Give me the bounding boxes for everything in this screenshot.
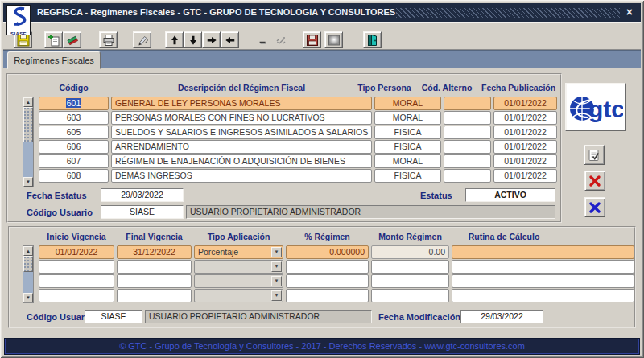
table-cell-porcentaje[interactable]: [286, 260, 369, 274]
validate-record-button[interactable]: [584, 145, 605, 165]
table-cell-alterno[interactable]: [444, 97, 491, 110]
table-cell-monto[interactable]: [371, 260, 449, 274]
scroll-down-icon[interactable]: ▼: [23, 293, 33, 302]
move-up-button[interactable]: [165, 31, 184, 48]
title-bar: REGFISCA - Regímenes Fiscales - GTC - GR…: [3, 3, 641, 22]
tipo-aplicacion-combobox[interactable]: ▼: [194, 260, 283, 274]
table-cell-porcentaje[interactable]: [286, 289, 369, 302]
new-record-button[interactable]: [44, 31, 63, 48]
table-cell-alterno[interactable]: [444, 154, 491, 168]
table-cell-monto[interactable]: 0.00: [371, 245, 449, 259]
table-cell-final[interactable]: [117, 274, 192, 288]
table-cell-fecha[interactable]: 01/01/2022: [493, 126, 557, 139]
table-cell-tipo[interactable]: FISICA: [374, 140, 441, 154]
table-cell-tipo[interactable]: FISICA: [374, 126, 441, 139]
estatus-field[interactable]: ACTIVO: [465, 188, 555, 202]
scroll-thumb[interactable]: [23, 107, 33, 142]
preview-button[interactable]: [324, 31, 343, 48]
footer-bar: © GTC - Grupo de Tecnología y Consultore…: [4, 338, 640, 355]
table-cell-codigo[interactable]: 605: [39, 126, 109, 139]
print-button[interactable]: [99, 31, 118, 48]
table-cell-rutina[interactable]: [452, 289, 634, 302]
footer-text: © GTC - Grupo de Tecnología y Consultore…: [119, 341, 525, 351]
table-cell-tipo[interactable]: MORAL: [374, 111, 441, 125]
table-cell-final[interactable]: [117, 260, 192, 274]
table-cell-tipo[interactable]: FISICA: [374, 169, 441, 183]
table-cell-porcentaje[interactable]: [286, 274, 369, 288]
codigo-usuario-field[interactable]: SIASE: [85, 310, 142, 323]
cancel-button[interactable]: [584, 197, 605, 217]
delete-confirm-button[interactable]: [584, 171, 605, 191]
codigo-usuario-field[interactable]: SIASE: [101, 205, 184, 219]
edit-button[interactable]: [133, 31, 151, 48]
scroll-up-icon[interactable]: ▲: [23, 246, 33, 256]
chevron-down-icon[interactable]: ▼: [271, 247, 282, 257]
exit-button[interactable]: [363, 31, 382, 48]
table-cell-alterno[interactable]: [444, 111, 491, 125]
fecha-estatus-field[interactable]: 29/03/2022: [101, 188, 184, 202]
table-cell-rutina[interactable]: [452, 245, 634, 259]
fecha-modificacion-label: Fecha Modificación: [378, 312, 460, 322]
table-cell-rutina[interactable]: [452, 260, 634, 274]
table-cell-codigo[interactable]: 607: [39, 154, 109, 168]
table-cell-inicio[interactable]: 01/01/2022: [39, 245, 114, 259]
fecha-modificacion-field[interactable]: 29/03/2022: [460, 310, 543, 323]
codigo-usuario-label: Código Usuario: [27, 312, 93, 322]
fecha-estatus-label: Fecha Estatus: [27, 191, 87, 200]
gtc-logo: gtc: [565, 83, 626, 131]
usuario-nombre-display: USUARIO PROPIETARIO ADMINISTRADOR: [145, 310, 372, 323]
table-cell-alterno[interactable]: [444, 126, 491, 139]
table-cell-fecha[interactable]: 01/01/2022: [493, 111, 557, 125]
red-x-icon: [588, 174, 602, 188]
table-cell-descripcion[interactable]: PERSONAS MORALES CON FINES NO LUCRATIVOS: [111, 111, 372, 125]
table-cell-descripcion[interactable]: SUELDOS Y SALARIOS E INGRESOS ASIMILADOS…: [111, 126, 372, 139]
close-icon[interactable]: ×: [626, 3, 633, 22]
table-cell-descripcion[interactable]: RÉGIMEN DE ENAJENACIÓN O ADQUISICIÓN DE …: [111, 154, 372, 168]
table-cell-codigo[interactable]: 601: [39, 97, 109, 110]
scroll-thumb[interactable]: [23, 256, 33, 272]
table-cell-descripcion[interactable]: GENERAL DE LEY PERSONAS MORALES: [111, 97, 372, 110]
chevron-down-icon[interactable]: ▼: [271, 261, 282, 272]
table-cell-monto[interactable]: [371, 274, 449, 288]
tab-regimenes-fiscales[interactable]: Regímenes Fiscales: [7, 51, 101, 69]
estatus-label: Estatus: [420, 191, 452, 200]
table-cell-monto[interactable]: [371, 289, 449, 302]
previous-record-button[interactable]: [221, 31, 239, 48]
table-cell-tipo[interactable]: MORAL: [374, 154, 441, 168]
save-special-button[interactable]: [303, 31, 321, 48]
table-cell-porcentaje[interactable]: 0.000000: [286, 245, 369, 259]
scroll-track[interactable]: [23, 142, 33, 177]
table-cell-tipo[interactable]: MORAL: [374, 97, 441, 110]
table-cell-fecha[interactable]: 01/01/2022: [493, 169, 557, 183]
scroll-track[interactable]: [23, 272, 33, 293]
options-tool-button[interactable]: [272, 31, 290, 48]
table-cell-fecha[interactable]: 01/01/2022: [493, 154, 557, 168]
next-record-button[interactable]: [202, 31, 221, 48]
table-cell-inicio[interactable]: [39, 260, 114, 274]
minimize-tool-button[interactable]: [254, 31, 272, 48]
table-cell-descripcion[interactable]: ARRENDAMIENTO: [111, 140, 372, 154]
scroll-down-icon[interactable]: ▼: [23, 177, 33, 187]
delete-record-button[interactable]: [63, 31, 81, 48]
table-cell-alterno[interactable]: [444, 169, 491, 183]
chevron-down-icon[interactable]: ▼: [271, 276, 282, 286]
table-cell-descripcion[interactable]: DEMÁS INGRESOS: [111, 169, 372, 183]
table-cell-fecha[interactable]: 01/01/2022: [493, 97, 557, 110]
scroll-up-icon[interactable]: ▲: [23, 97, 33, 107]
table-cell-final[interactable]: [117, 289, 192, 302]
tipo-aplicacion-combobox[interactable]: ▼: [194, 274, 283, 288]
tipo-aplicacion-combobox[interactable]: ▼: [194, 289, 283, 302]
move-down-button[interactable]: [184, 31, 202, 48]
table-cell-rutina[interactable]: [452, 274, 634, 288]
siase-logo-text: SIASE: [7, 31, 30, 36]
table-cell-inicio[interactable]: [39, 289, 114, 302]
table-cell-fecha[interactable]: 01/01/2022: [493, 140, 557, 154]
table-cell-codigo[interactable]: 603: [39, 111, 109, 125]
tipo-aplicacion-combobox[interactable]: Porcentaje▼: [194, 245, 283, 259]
table-cell-alterno[interactable]: [444, 140, 491, 154]
chevron-down-icon[interactable]: ▼: [271, 290, 282, 301]
table-cell-codigo[interactable]: 608: [39, 169, 109, 183]
table-cell-inicio[interactable]: [39, 274, 114, 288]
table-cell-codigo[interactable]: 606: [39, 140, 109, 154]
table-cell-final[interactable]: 31/12/2022: [117, 245, 192, 259]
